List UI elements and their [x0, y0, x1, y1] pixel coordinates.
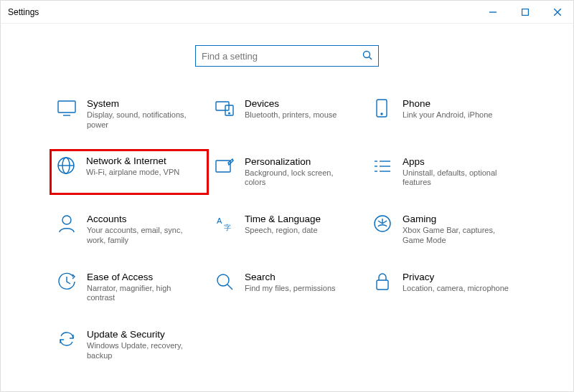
- tile-title: Devices: [245, 98, 337, 109]
- svg-text:字: 字: [224, 224, 231, 231]
- devices-icon: [215, 98, 235, 118]
- search-tile-icon: [215, 272, 235, 292]
- search-input[interactable]: [202, 51, 362, 62]
- network-icon: [56, 156, 76, 176]
- tile-title: Personalization: [245, 156, 356, 167]
- tile-desc: Display, sound, notifications, power: [87, 110, 198, 130]
- phone-icon: [372, 98, 392, 118]
- svg-text:A: A: [217, 216, 222, 225]
- tile-desc: Narrator, magnifier, high contrast: [87, 284, 198, 304]
- svg-rect-6: [58, 101, 75, 113]
- minimize-icon: [489, 9, 497, 16]
- tile-devices[interactable]: Devices Bluetooth, printers, mouse: [212, 95, 362, 133]
- tile-desc: Wi-Fi, airplane mode, VPN: [86, 168, 179, 178]
- tile-desc: Speech, region, date: [245, 226, 321, 236]
- svg-rect-1: [522, 9, 528, 15]
- tile-phone[interactable]: Phone Link your Android, iPhone: [370, 95, 520, 133]
- window-controls: [476, 1, 573, 24]
- tile-ease-of-access[interactable]: Ease of Access Narrator, magnifier, high…: [54, 269, 204, 307]
- tile-search[interactable]: Search Find my files, permissions: [212, 269, 362, 307]
- tile-personalization[interactable]: Personalization Background, lock screen,…: [212, 153, 362, 191]
- tile-desc: Your accounts, email, sync, work, family: [87, 226, 198, 246]
- tile-title: System: [87, 98, 198, 109]
- tile-system[interactable]: System Display, sound, notifications, po…: [54, 95, 204, 133]
- svg-point-10: [229, 113, 230, 114]
- personalization-icon: [215, 156, 235, 176]
- system-icon: [57, 98, 77, 118]
- svg-rect-8: [216, 102, 229, 110]
- tile-title: Network & Internet: [86, 156, 179, 166]
- titlebar: Settings: [1, 1, 573, 24]
- svg-point-4: [364, 51, 370, 57]
- gaming-icon: [372, 214, 392, 234]
- svg-rect-29: [377, 280, 388, 290]
- privacy-icon: [372, 272, 392, 292]
- tile-desc: Link your Android, iPhone: [403, 110, 492, 120]
- tile-desc: Xbox Game Bar, captures, Game Mode: [403, 226, 514, 246]
- svg-point-12: [381, 113, 382, 115]
- settings-grid: System Display, sound, notifications, po…: [1, 95, 573, 364]
- minimize-button[interactable]: [476, 1, 509, 24]
- time-icon: A字: [215, 214, 235, 234]
- tile-title: Apps: [403, 156, 514, 167]
- maximize-icon: [522, 9, 529, 16]
- tile-title: Privacy: [403, 272, 509, 282]
- tile-desc: Find my files, permissions: [245, 284, 336, 294]
- window-title: Settings: [8, 7, 39, 17]
- tile-title: Search: [245, 272, 336, 282]
- tile-gaming[interactable]: Gaming Xbox Game Bar, captures, Game Mod…: [370, 211, 520, 249]
- svg-line-28: [227, 285, 232, 290]
- close-button[interactable]: [541, 1, 573, 24]
- tile-network[interactable]: Network & Internet Wi-Fi, airplane mode,…: [50, 149, 209, 196]
- accounts-icon: [57, 214, 77, 234]
- tile-title: Update & Security: [87, 329, 198, 340]
- svg-point-23: [62, 216, 71, 224]
- tile-time[interactable]: A字 Time & Language Speech, region, date: [212, 211, 362, 249]
- tile-title: Ease of Access: [87, 272, 198, 282]
- tile-apps[interactable]: Apps Uninstall, defaults, optional featu…: [370, 153, 520, 191]
- close-icon: [554, 9, 561, 16]
- tile-title: Gaming: [403, 214, 514, 224]
- content-area: System Display, sound, notifications, po…: [1, 24, 573, 364]
- update-icon: [57, 329, 77, 349]
- tile-desc: Location, camera, microphone: [403, 284, 509, 294]
- tile-privacy[interactable]: Privacy Location, camera, microphone: [370, 269, 520, 307]
- svg-point-27: [217, 274, 229, 286]
- tile-desc: Bluetooth, printers, mouse: [245, 110, 337, 120]
- ease-icon: [57, 272, 77, 292]
- tile-accounts[interactable]: Accounts Your accounts, email, sync, wor…: [54, 211, 204, 249]
- tile-title: Accounts: [87, 214, 198, 224]
- search-box[interactable]: [195, 45, 379, 67]
- tile-title: Phone: [403, 98, 492, 109]
- tile-desc: Uninstall, defaults, optional features: [403, 168, 514, 188]
- svg-line-5: [370, 57, 372, 59]
- tile-update[interactable]: Update & Security Windows Update, recove…: [54, 326, 204, 364]
- maximize-button[interactable]: [509, 1, 541, 24]
- apps-icon: [372, 156, 392, 176]
- search-container: [1, 45, 573, 67]
- search-icon: [362, 50, 372, 62]
- tile-desc: Windows Update, recovery, backup: [87, 341, 198, 361]
- tile-desc: Background, lock screen, colors: [245, 168, 356, 188]
- tile-title: Time & Language: [245, 214, 321, 224]
